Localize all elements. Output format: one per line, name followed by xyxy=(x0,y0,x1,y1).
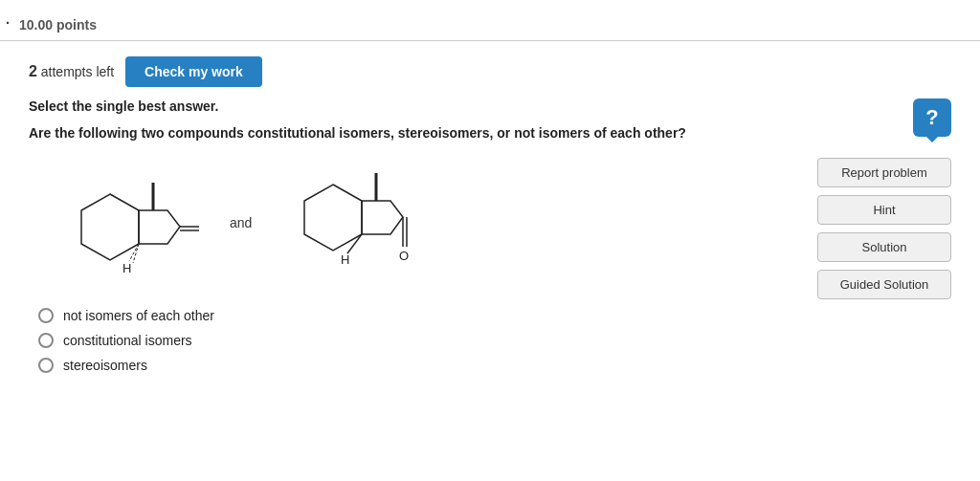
svg-marker-1 xyxy=(139,210,180,244)
compounds-row: O H and H xyxy=(29,161,779,285)
svg-marker-10 xyxy=(362,201,403,234)
guided-solution-button[interactable]: Guided Solution xyxy=(817,270,951,299)
points-label: 10.00 points xyxy=(19,17,97,33)
top-bar: 10.00 points xyxy=(0,10,980,41)
help-icon[interactable]: ? xyxy=(913,98,951,137)
compound-1-svg: O H xyxy=(48,165,201,280)
svg-marker-0 xyxy=(81,194,139,260)
radio-2[interactable] xyxy=(38,333,54,348)
question-area: 2 attempts left Check my work Select the… xyxy=(29,41,798,373)
and-text: and xyxy=(230,215,252,230)
compound-2-svg: H O xyxy=(280,161,434,285)
option-2-label: constitutional isomers xyxy=(63,333,192,348)
question-text: Are the following two compounds constitu… xyxy=(29,123,779,143)
attempts-count: 2 xyxy=(29,63,37,79)
option-1[interactable]: not isomers of each other xyxy=(38,308,779,323)
answer-options: not isomers of each other constitutional… xyxy=(29,308,779,373)
check-my-work-button[interactable]: Check my work xyxy=(125,56,262,87)
svg-marker-9 xyxy=(304,185,362,251)
svg-line-12 xyxy=(347,234,362,253)
solution-button[interactable]: Solution xyxy=(817,232,951,262)
report-problem-button[interactable]: Report problem xyxy=(817,158,951,187)
svg-text:O: O xyxy=(399,249,409,263)
help-icon-label: ? xyxy=(925,105,938,130)
svg-text:H: H xyxy=(341,252,349,267)
attempts-text: 2 attempts left xyxy=(29,63,114,80)
option-1-label: not isomers of each other xyxy=(63,308,214,323)
svg-text:H: H xyxy=(122,261,131,275)
attempts-label: attempts left xyxy=(41,64,114,79)
sidebar: ? Report problem Hint Solution Guided So… xyxy=(798,41,951,373)
hint-button[interactable]: Hint xyxy=(817,195,951,225)
option-3[interactable]: stereoisomers xyxy=(38,358,779,373)
option-3-label: stereoisomers xyxy=(63,358,147,373)
radio-1[interactable] xyxy=(38,308,54,323)
main-content: 2 attempts left Check my work Select the… xyxy=(0,41,980,392)
question-instruction: Select the single best answer. xyxy=(29,98,779,114)
controls-bar: 2 attempts left Check my work xyxy=(29,41,779,98)
radio-3[interactable] xyxy=(38,358,54,373)
points-value: 10.00 points xyxy=(19,17,97,33)
option-2[interactable]: constitutional isomers xyxy=(38,333,779,348)
question-number: . xyxy=(6,11,10,27)
